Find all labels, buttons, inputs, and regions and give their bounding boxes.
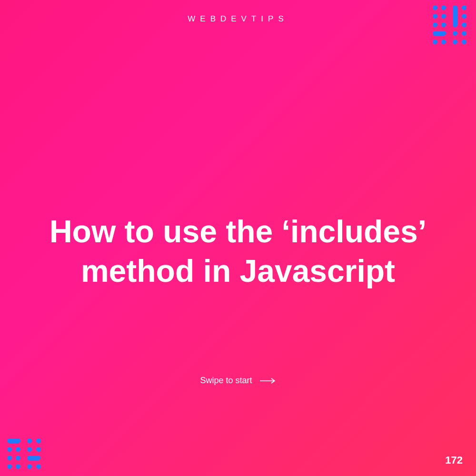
svg-point-31: [36, 464, 41, 469]
svg-rect-18: [7, 438, 20, 443]
svg-point-15: [453, 40, 457, 44]
svg-point-29: [16, 464, 20, 469]
swipe-hint: Swipe to start: [0, 376, 476, 386]
swipe-label: Swipe to start: [200, 376, 252, 386]
svg-point-4: [433, 14, 437, 19]
svg-point-20: [36, 438, 41, 443]
svg-rect-27: [27, 456, 40, 460]
svg-point-0: [433, 5, 437, 10]
decorative-dots-bottom-left: [7, 438, 44, 471]
svg-point-1: [441, 5, 446, 10]
svg-rect-10: [433, 31, 446, 36]
brand-label: WEBDEVTIPS: [0, 14, 476, 24]
svg-rect-2: [453, 5, 457, 27]
page-number: 172: [445, 454, 463, 466]
svg-point-22: [16, 447, 20, 452]
svg-point-8: [441, 22, 446, 27]
svg-point-3: [462, 5, 466, 10]
svg-point-26: [16, 456, 20, 460]
svg-point-16: [462, 40, 466, 44]
svg-point-7: [433, 22, 437, 27]
svg-point-13: [433, 40, 437, 44]
svg-point-6: [462, 14, 466, 19]
svg-point-9: [462, 22, 466, 27]
arrow-right-icon: [260, 378, 276, 384]
svg-point-12: [462, 31, 466, 36]
decorative-dots-top-right: [432, 5, 469, 47]
svg-point-23: [27, 447, 32, 452]
svg-point-5: [441, 14, 446, 19]
svg-point-24: [36, 447, 41, 452]
svg-point-11: [453, 31, 457, 36]
svg-point-21: [7, 447, 12, 452]
svg-point-25: [7, 456, 12, 460]
svg-point-28: [7, 464, 12, 469]
page-title: How to use the ‘includes’ method in Java…: [24, 212, 452, 290]
svg-point-30: [27, 464, 32, 469]
svg-point-14: [441, 40, 446, 44]
svg-point-19: [27, 438, 32, 443]
